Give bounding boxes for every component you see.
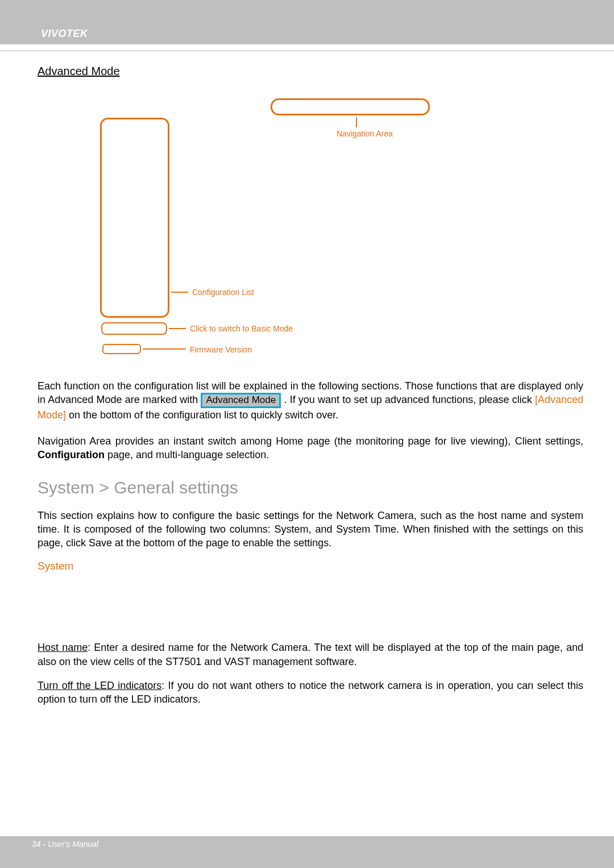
page-root: VIVOTEK Advanced Mode Navigation Area Co… bbox=[0, 0, 614, 868]
host-name-label: Host name bbox=[38, 642, 88, 653]
switch-mode-label: Click to switch to Basic Mode bbox=[190, 324, 293, 333]
host-name-text: : Enter a desired name for the Network C… bbox=[38, 642, 583, 667]
nav-area-box bbox=[271, 98, 430, 115]
brand-text: VIVOTEK bbox=[41, 28, 88, 39]
para2-a: Navigation Area provides an instant swit… bbox=[38, 435, 515, 447]
switch-mode-box bbox=[101, 322, 167, 335]
h3-system: System bbox=[38, 560, 583, 572]
para1-c: on the bottom of the configuration list … bbox=[69, 409, 338, 421]
nav-area-label: Navigation Area bbox=[337, 129, 393, 138]
firmware-connector bbox=[143, 348, 186, 350]
spacer bbox=[38, 577, 583, 641]
para-2: Navigation Area provides an instant swit… bbox=[38, 434, 583, 462]
page-sheet: VIVOTEK Advanced Mode Navigation Area Co… bbox=[0, 0, 614, 868]
para-3: This section explains how to configure t… bbox=[38, 509, 583, 550]
bottom-margin-strip bbox=[0, 852, 614, 868]
firmware-box bbox=[102, 344, 141, 354]
para2-c: , bbox=[580, 435, 583, 447]
footer-text: 34 - User's Manual bbox=[32, 840, 98, 849]
header-divider bbox=[0, 50, 614, 51]
led-label: Turn off the LED indicators bbox=[38, 680, 161, 691]
config-list-box bbox=[100, 118, 169, 318]
section-title: Advanced Mode bbox=[38, 65, 583, 78]
para-1: Each function on the configuration list … bbox=[38, 379, 583, 422]
header-bar: VIVOTEK bbox=[0, 23, 614, 44]
host-name-para: Host name: Enter a desired name for the … bbox=[38, 641, 583, 668]
switch-connector bbox=[169, 328, 186, 329]
firmware-label: Firmware Version bbox=[190, 345, 252, 354]
footer-bar: 34 - User's Manual bbox=[0, 836, 614, 852]
h2-system-general: System > General settings bbox=[38, 478, 583, 497]
config-list-label: Configuration List bbox=[192, 288, 254, 297]
led-para: Turn off the LED indicators: If you do n… bbox=[38, 679, 583, 707]
content-area: Advanced Mode Navigation Area Configurat… bbox=[38, 65, 583, 717]
para2-e: page, and multi-language selection. bbox=[105, 449, 269, 460]
para1-b: . If you want to set up advanced functio… bbox=[284, 394, 534, 405]
para2-d: Configuration bbox=[38, 449, 105, 460]
diagram: Navigation Area Configuration List Click… bbox=[49, 95, 572, 362]
nav-connector bbox=[356, 117, 357, 127]
para2-b: Client settings bbox=[515, 435, 580, 447]
config-connector bbox=[171, 292, 188, 293]
top-margin-strip bbox=[0, 0, 614, 23]
advanced-mode-badge: Advanced Mode bbox=[201, 393, 281, 408]
